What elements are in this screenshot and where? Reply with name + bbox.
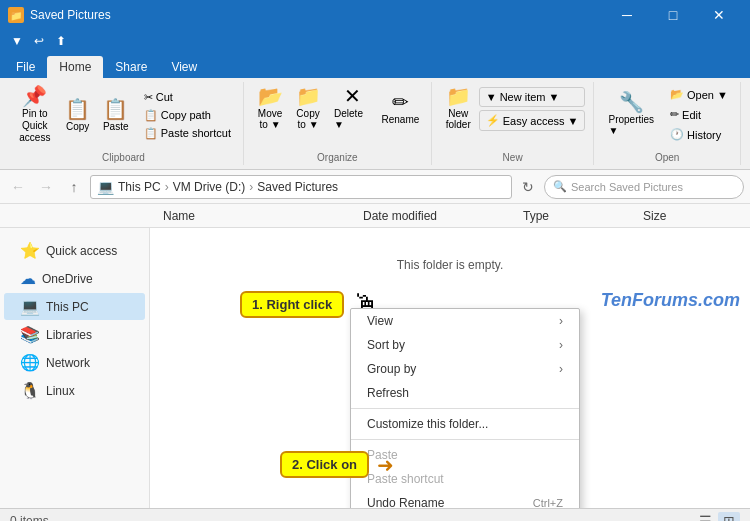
- date-modified-header[interactable]: Date modified: [355, 209, 515, 223]
- back-button[interactable]: ←: [6, 175, 30, 199]
- ctx-groupby-arrow: ›: [559, 362, 563, 376]
- history-button[interactable]: 🕐 History: [666, 126, 732, 143]
- ctx-refresh[interactable]: Refresh: [351, 381, 579, 405]
- ctx-customize[interactable]: Customize this folder...: [351, 412, 579, 436]
- ctx-view[interactable]: View ›: [351, 309, 579, 333]
- paste-label: Paste: [103, 121, 129, 132]
- ctx-sep-1: [351, 408, 579, 409]
- path-this-pc: This PC: [118, 180, 161, 194]
- search-placeholder: Search Saved Pictures: [571, 181, 683, 193]
- new-label: New: [503, 148, 523, 163]
- sidebar-item-network[interactable]: 🌐 Network: [4, 349, 145, 376]
- ctx-groupby[interactable]: Group by ›: [351, 357, 579, 381]
- sidebar-label-onedrive: OneDrive: [42, 272, 93, 286]
- open-button[interactable]: 📂 Open ▼: [666, 86, 732, 103]
- open-icon: 📂: [670, 88, 684, 101]
- open-label: Open: [655, 148, 679, 163]
- undo-button[interactable]: ↩: [30, 32, 48, 50]
- refresh-button[interactable]: ↻: [516, 175, 540, 199]
- details-view-button[interactable]: ☰: [694, 512, 716, 522]
- open-group: 🔧 Properties ▼ 📂 Open ▼ ✏ Edit 🕐 History…: [594, 82, 740, 165]
- main-area: ⭐ Quick access ☁ OneDrive 💻 This PC 📚 Li…: [0, 228, 750, 508]
- onedrive-icon: ☁: [20, 269, 36, 288]
- select-group: ☑ Select all ☐ Select none ⊟ Invert sele…: [741, 82, 750, 165]
- sidebar-label-network: Network: [46, 356, 90, 370]
- click-on-arrow: ➜: [377, 453, 394, 477]
- easy-access-icon: ⚡: [486, 114, 500, 127]
- history-icon: 🕐: [670, 128, 684, 141]
- sidebar-item-this-pc[interactable]: 💻 This PC: [4, 293, 145, 320]
- organize-group: 📂 Moveto ▼ 📁 Copyto ▼ ✕ Delete ▼ ✏ Renam…: [244, 82, 432, 165]
- ctx-undorename-label: Undo Rename: [367, 496, 444, 508]
- cut-label: Cut: [156, 91, 173, 103]
- app-icon: 📁: [8, 7, 24, 23]
- customize-quick-access-button[interactable]: ▼: [8, 32, 26, 50]
- rename-label: Rename: [381, 114, 419, 125]
- sidebar-label-libraries: Libraries: [46, 328, 92, 342]
- clipboard-group: 📌 Pin to Quickaccess 📋 Copy 📋 Paste ✂ Cu…: [4, 82, 244, 165]
- up-directory-button[interactable]: ↑: [62, 175, 86, 199]
- tab-share[interactable]: Share: [103, 56, 159, 78]
- pin-to-quick-access-button[interactable]: 📌 Pin to Quickaccess: [12, 84, 58, 146]
- copy-path-button[interactable]: 📋 Copy path: [140, 107, 235, 124]
- path-sep-1: ›: [165, 180, 169, 194]
- name-header[interactable]: Name: [155, 209, 355, 223]
- this-pc-icon: 💻: [20, 297, 40, 316]
- search-icon: 🔍: [553, 180, 567, 193]
- copy-to-button[interactable]: 📁 Copyto ▼: [290, 84, 326, 132]
- properties-label: Properties ▼: [608, 114, 654, 136]
- properties-button[interactable]: 🔧 Properties ▼: [602, 90, 660, 138]
- sidebar-item-onedrive[interactable]: ☁ OneDrive: [4, 265, 145, 292]
- easy-access-button[interactable]: ⚡ Easy access ▼: [479, 110, 586, 131]
- forward-button[interactable]: →: [34, 175, 58, 199]
- tab-home[interactable]: Home: [47, 56, 103, 78]
- ctx-customize-label: Customize this folder...: [367, 417, 488, 431]
- new-folder-button[interactable]: 📁 Newfolder: [440, 84, 477, 132]
- large-icons-view-button[interactable]: ⊞: [718, 512, 740, 522]
- sidebar-item-libraries[interactable]: 📚 Libraries: [4, 321, 145, 348]
- new-item-label: New item ▼: [500, 91, 560, 103]
- click-on-bubble: 2. Click on: [280, 451, 369, 478]
- content-area[interactable]: TenForums.com This folder is empty. 1. R…: [150, 228, 750, 508]
- ctx-undorename[interactable]: Undo Rename Ctrl+Z: [351, 491, 579, 508]
- paste-shortcut-button[interactable]: 📋 Paste shortcut: [140, 125, 235, 142]
- context-menu: View › Sort by › Group by › Refresh Cust…: [350, 308, 580, 508]
- title-bar: 📁 Saved Pictures ─ □ ✕: [0, 0, 750, 30]
- move-to-button[interactable]: 📂 Moveto ▼: [252, 84, 288, 132]
- ctx-groupby-label: Group by: [367, 362, 416, 376]
- path-vm-drive: VM Drive (D:): [173, 180, 246, 194]
- sidebar-item-linux[interactable]: 🐧 Linux: [4, 377, 145, 404]
- rename-icon: ✏: [392, 92, 409, 112]
- rename-button[interactable]: ✏ Rename: [378, 90, 423, 127]
- paste-button[interactable]: 📋 Paste: [98, 97, 134, 134]
- cut-button[interactable]: ✂ Cut: [140, 89, 235, 106]
- paste-icon: 📋: [103, 99, 128, 119]
- ctx-sortby-arrow: ›: [559, 338, 563, 352]
- up-button[interactable]: ⬆: [52, 32, 70, 50]
- move-label: Moveto ▼: [258, 108, 282, 130]
- paste-shortcut-icon: 📋: [144, 127, 158, 140]
- new-item-icon: ▼: [486, 91, 497, 103]
- path-sep-2: ›: [249, 180, 253, 194]
- new-folder-icon: 📁: [446, 86, 471, 106]
- copy-button[interactable]: 📋 Copy: [60, 97, 96, 134]
- address-path[interactable]: 💻 This PC › VM Drive (D:) › Saved Pictur…: [90, 175, 512, 199]
- edit-button[interactable]: ✏ Edit: [666, 106, 732, 123]
- maximize-button[interactable]: □: [650, 0, 696, 30]
- sidebar-item-quick-access[interactable]: ⭐ Quick access: [4, 237, 145, 264]
- type-header[interactable]: Type: [515, 209, 635, 223]
- delete-button[interactable]: ✕ Delete ▼: [328, 84, 376, 132]
- path-saved-pictures: Saved Pictures: [257, 180, 338, 194]
- copy-path-label: Copy path: [161, 109, 211, 121]
- close-button[interactable]: ✕: [696, 0, 742, 30]
- new-item-button[interactable]: ▼ New item ▼: [479, 87, 586, 107]
- size-header[interactable]: Size: [635, 209, 715, 223]
- quick-access-toolbar: ▼ ↩ ⬆: [0, 30, 750, 52]
- ctx-view-label: View: [367, 314, 393, 328]
- search-box[interactable]: 🔍 Search Saved Pictures: [544, 175, 744, 199]
- minimize-button[interactable]: ─: [604, 0, 650, 30]
- ctx-sortby[interactable]: Sort by ›: [351, 333, 579, 357]
- cut-icon: ✂: [144, 91, 153, 104]
- tab-view[interactable]: View: [159, 56, 209, 78]
- tab-file[interactable]: File: [4, 56, 47, 78]
